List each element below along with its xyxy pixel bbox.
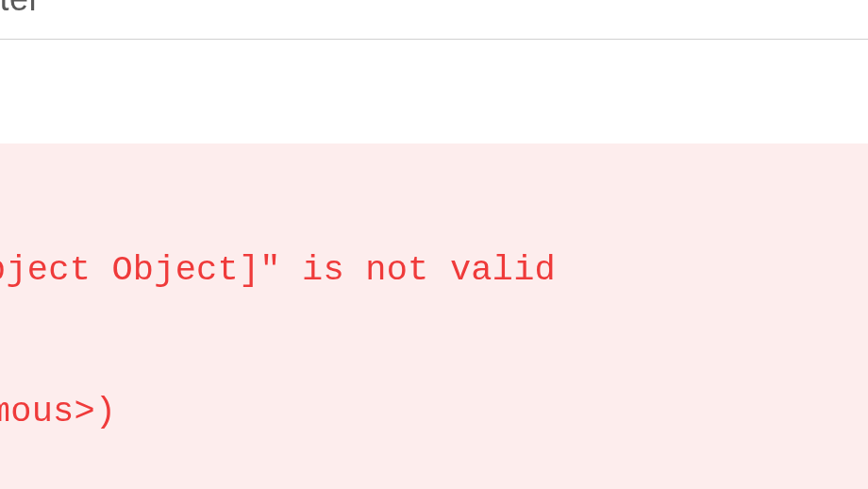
error-text-line1: "[object Object]" is not valid — [0, 250, 556, 290]
filter-input[interactable] — [0, 0, 830, 19]
filter-toolbar — [0, 0, 868, 40]
console-output: Error: "[object Object]" is not valid (<… — [0, 40, 868, 489]
console-error-message[interactable]: Error: "[object Object]" is not valid (<… — [0, 143, 868, 489]
error-text-line2: (<anonymous>) — [0, 389, 868, 436]
